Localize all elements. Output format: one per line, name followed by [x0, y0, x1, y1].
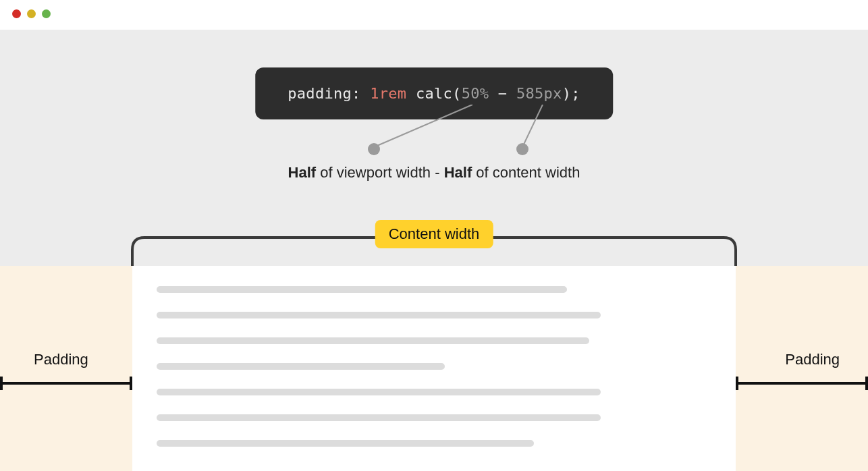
- placeholder-line: [157, 389, 601, 395]
- window-traffic-lights: [12, 9, 51, 18]
- code-func-calc: calc: [416, 85, 452, 102]
- code-block: padding: 1rem calc(50% − 585px);: [255, 67, 613, 119]
- code-operator-minus: −: [498, 85, 508, 102]
- code-property: padding: [288, 85, 352, 102]
- zoom-dot-icon: [42, 9, 51, 18]
- explain-half-1: Half: [288, 164, 317, 181]
- code-value-1rem: 1rem: [370, 85, 406, 102]
- explain-text: Half of viewport width - Half of content…: [0, 164, 868, 182]
- code-rparen: ): [562, 85, 572, 102]
- code-lparen: (: [452, 85, 462, 102]
- placeholder-line: [157, 337, 589, 344]
- explain-mid-1: of viewport width -: [316, 164, 444, 181]
- placeholder-line: [157, 414, 601, 421]
- code-arg-50pct: 50%: [462, 85, 489, 102]
- content-width-label: Content width: [375, 220, 493, 248]
- placeholder-line: [157, 363, 445, 370]
- padding-region-left: [0, 266, 132, 471]
- placeholder-line: [157, 440, 534, 447]
- code-colon: :: [352, 85, 361, 102]
- minimize-dot-icon: [27, 9, 36, 18]
- layout-diagram: [0, 266, 868, 471]
- placeholder-line: [157, 286, 567, 293]
- code-arg-585px: 585px: [516, 85, 562, 102]
- padding-label-right: Padding: [785, 351, 840, 368]
- padding-label-left: Padding: [34, 351, 88, 368]
- explain-half-2: Half: [444, 164, 472, 181]
- content-region: [132, 266, 736, 471]
- explain-mid-2: of content width: [472, 164, 580, 181]
- code-semicolon: ;: [571, 85, 580, 102]
- padding-region-right: [736, 266, 868, 471]
- placeholder-line: [157, 312, 601, 318]
- close-dot-icon: [12, 9, 21, 18]
